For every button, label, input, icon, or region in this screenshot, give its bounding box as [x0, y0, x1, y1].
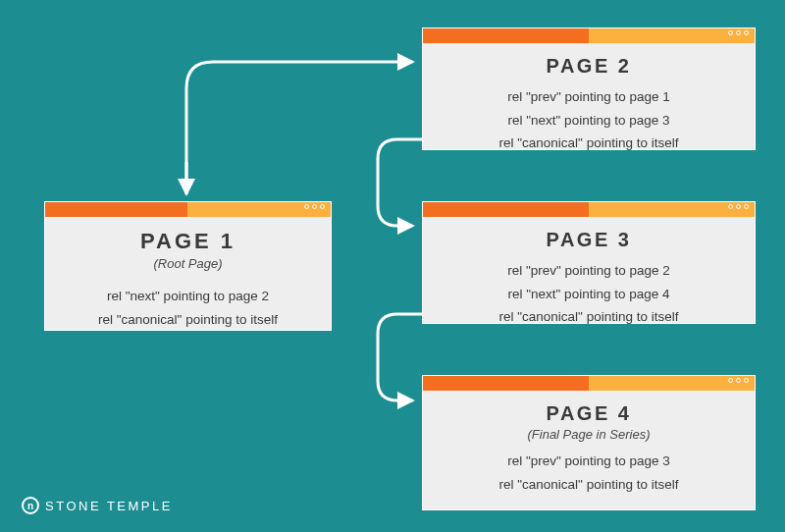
window-dot-icon — [728, 30, 733, 35]
card-body: PAGE 4 (Final Page in Series) rel "prev"… — [423, 391, 755, 507]
window-controls — [728, 204, 749, 209]
arrow-page3-to-page4 — [378, 314, 422, 400]
rel-line: rel "prev" pointing to page 2 — [441, 261, 737, 281]
window-controls — [728, 30, 749, 35]
window-bar — [423, 28, 755, 43]
page-2-card: PAGE 2 rel "prev" pointing to page 1 rel… — [422, 27, 756, 150]
arrow-page2-to-page3 — [378, 139, 422, 226]
page-title: PAGE 3 — [441, 229, 737, 251]
logo-mark-letter: n — [27, 501, 33, 511]
page-title: PAGE 1 — [63, 229, 313, 254]
card-body: PAGE 3 rel "prev" pointing to page 2 rel… — [423, 217, 755, 341]
rel-line: rel "prev" pointing to page 3 — [441, 452, 737, 471]
window-bar — [45, 202, 331, 217]
window-dot-icon — [304, 204, 309, 209]
page-4-card: PAGE 4 (Final Page in Series) rel "prev"… — [422, 375, 756, 510]
card-body: PAGE 2 rel "prev" pointing to page 1 rel… — [423, 43, 755, 167]
rel-line: rel "canonical" pointing to itself — [63, 310, 313, 330]
window-controls — [728, 378, 749, 383]
page-1-card: PAGE 1 (Root Page) rel "next" pointing t… — [44, 201, 332, 331]
rel-line: rel "next" pointing to page 3 — [441, 111, 737, 131]
card-body: PAGE 1 (Root Page) rel "next" pointing t… — [45, 217, 331, 343]
window-dot-icon — [744, 30, 749, 35]
window-dot-icon — [728, 378, 733, 383]
window-controls — [304, 204, 325, 209]
page-subtitle: (Root Page) — [63, 256, 313, 271]
rel-line: rel "next" pointing to page 4 — [441, 285, 737, 304]
stone-temple-logo: n STONE TEMPLE — [22, 497, 173, 514]
window-bar — [423, 202, 755, 217]
window-dot-icon — [744, 378, 749, 383]
page-title: PAGE 4 — [441, 402, 737, 425]
page-subtitle: (Final Page in Series) — [441, 427, 737, 442]
window-dot-icon — [736, 204, 741, 209]
window-dot-icon — [312, 204, 317, 209]
rel-line: rel "canonical" pointing to itself — [441, 475, 737, 495]
rel-line: rel "canonical" pointing to itself — [441, 133, 737, 153]
page-3-card: PAGE 3 rel "prev" pointing to page 2 rel… — [422, 201, 756, 324]
window-bar — [423, 376, 755, 391]
rel-line: rel "canonical" pointing to itself — [441, 307, 737, 327]
logo-text: STONE TEMPLE — [45, 499, 173, 513]
window-dot-icon — [736, 30, 741, 35]
logo-mark-icon: n — [22, 497, 39, 514]
rel-line: rel "prev" pointing to page 1 — [441, 87, 737, 107]
page-title: PAGE 2 — [441, 55, 737, 78]
rel-line: rel "next" pointing to page 2 — [63, 287, 313, 306]
window-dot-icon — [736, 378, 741, 383]
window-dot-icon — [728, 204, 733, 209]
window-dot-icon — [744, 204, 749, 209]
arrow-page1-to-page2 — [186, 62, 412, 194]
window-dot-icon — [320, 204, 325, 209]
